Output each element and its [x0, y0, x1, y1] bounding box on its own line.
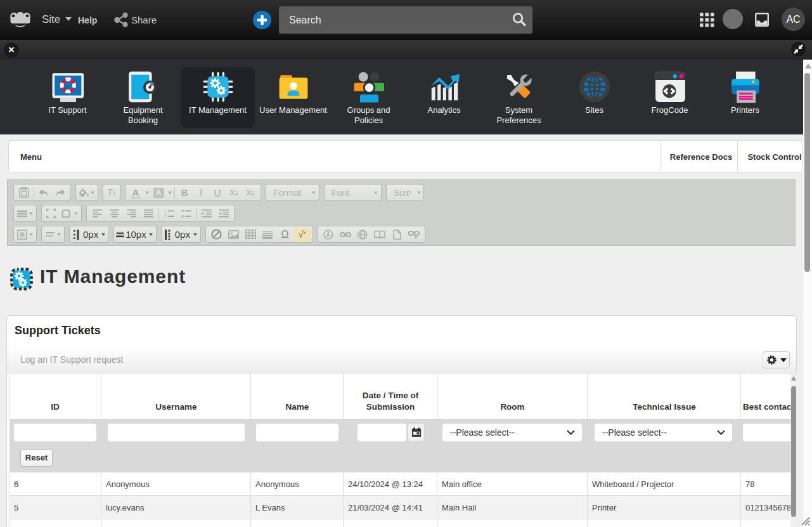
svg-text:1: 1	[164, 209, 167, 214]
svg-text:A: A	[326, 231, 331, 238]
svg-text:2: 2	[164, 214, 167, 218]
